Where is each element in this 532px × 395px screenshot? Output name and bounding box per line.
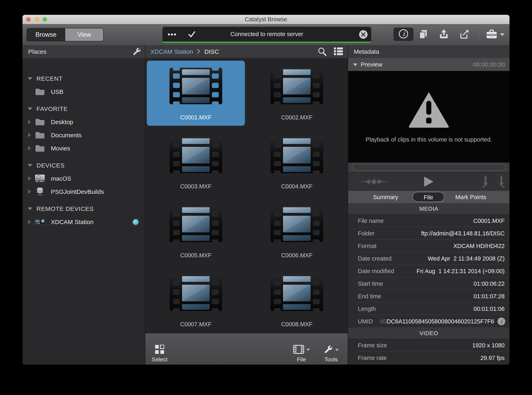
tools-button[interactable]: Tools — [319, 333, 343, 365]
sidebar-item-documents[interactable]: Documents — [22, 129, 145, 142]
file-menu-button[interactable]: File — [289, 333, 314, 365]
clip-c0004-mxf[interactable]: C0004.MXF — [248, 130, 346, 195]
film-strip-icon — [169, 206, 223, 242]
metadata-row-start-time: Start time01:00:06:22 — [348, 277, 510, 290]
info-icon[interactable]: i — [497, 317, 505, 325]
browse-mode-button[interactable]: Browse — [27, 28, 65, 41]
mark-in-icon[interactable] — [482, 176, 488, 187]
playback-warning-text: Playback of clips in this volume is not … — [348, 136, 510, 143]
sidebar-section-header-remote-devices[interactable]: REMOTE DEVICES — [22, 202, 145, 215]
upload-icon — [438, 29, 449, 41]
sidebar-section-header-favorite[interactable]: FAVORITE — [22, 102, 145, 115]
scrubber-area — [348, 162, 510, 172]
select-button[interactable]: Select — [149, 333, 170, 365]
folder-icon — [34, 117, 46, 126]
metadata-row-length: Length00:01:01:06 — [348, 302, 510, 315]
metadata-field-value: C0001.MXF — [473, 218, 505, 224]
places-sidebar: Places RECENTUSBFAVORITEDesktopDocuments… — [22, 45, 145, 365]
list-view-icon[interactable] — [334, 47, 343, 57]
upload-button[interactable] — [438, 29, 450, 40]
share-button[interactable] — [458, 29, 470, 40]
metadata-field-value: Fri Aug 1 14:21:31 2014 (+09:00) — [417, 268, 505, 274]
sidebar-section-header-recent[interactable]: RECENT — [22, 72, 145, 85]
places-header: Places — [22, 45, 145, 58]
preview-timecode: 00:00:00:00 — [473, 58, 505, 71]
film-strip-icon — [270, 274, 324, 311]
clip-filename: C0004.MXF — [248, 183, 346, 190]
metadata-field-value: 01:01:07:28 — [474, 293, 505, 300]
metadata-row-frame-rate: Frame rate29.97 fps — [348, 352, 510, 364]
sidebar-item-movies[interactable]: Movies — [22, 142, 145, 155]
breadcrumb-current: DISC — [204, 48, 219, 55]
warning-icon — [407, 91, 450, 129]
browser-bottom-bar: Select File — [145, 333, 348, 365]
sidebar-item-xdcam-station[interactable]: XDCAM Station — [22, 215, 145, 229]
metadata-row-frame-size: Frame size1920 x 1080 — [348, 339, 510, 352]
section-label: DEVICES — [37, 159, 65, 172]
play-button[interactable] — [424, 176, 434, 187]
connection-status-banner: Connected to remote server — [162, 27, 371, 43]
toolbox-icon — [485, 29, 498, 41]
film-frame-icon — [293, 345, 304, 355]
sidebar-item-label: PSGJointDevBuilds — [51, 185, 104, 198]
metadata-section-media: MEDIA — [348, 203, 510, 214]
clip-c0007-mxf[interactable]: C0007.MXF — [147, 268, 245, 333]
metadata-field-label: Start time — [358, 280, 383, 287]
seek-bar[interactable] — [352, 164, 505, 171]
clip-c0002-mxf[interactable]: C0002.MXF — [248, 61, 346, 126]
search-icon[interactable] — [317, 47, 327, 57]
wrench-icon[interactable] — [132, 47, 141, 56]
metadata-row-format: FormatXDCAM HD/HD422 — [348, 240, 510, 252]
tab-file[interactable]: File — [412, 192, 444, 202]
clip-c0008-mxf[interactable]: C0008.MXF — [248, 268, 346, 333]
tab-mark-points[interactable]: Mark Points — [450, 191, 492, 203]
places-title: Places — [28, 45, 46, 58]
close-circle-icon[interactable] — [359, 30, 368, 39]
chevron-right-icon — [28, 146, 31, 150]
metadata-row-date-modified: Date modifiedFri Aug 1 14:21:31 2014 (+0… — [348, 265, 510, 277]
sidebar-item-usb[interactable]: USB — [22, 85, 145, 98]
folder-icon — [34, 143, 46, 153]
sidebar-section-header-devices[interactable]: DEVICES — [22, 159, 145, 172]
clip-grid: C0001.MXFC0002.MXFC0003.MXFC0004.MXFC000… — [145, 58, 348, 333]
preview-label: Preview — [361, 58, 382, 71]
preview-section-header[interactable]: Preview 00:00:00:00 — [348, 58, 510, 71]
clip-filename: C0005.MXF — [147, 252, 245, 259]
sidebar-item-label: Documents — [51, 129, 82, 142]
metadata-tabs: SummaryFileMark Points — [348, 191, 510, 203]
copy-button[interactable] — [418, 29, 429, 40]
chevron-down-icon — [28, 77, 32, 80]
view-mode-button[interactable]: View — [65, 28, 103, 41]
metadata-section-video: VIDEO — [348, 328, 510, 339]
sidebar-item-label: Movies — [51, 142, 70, 155]
info-icon: i — [398, 29, 409, 40]
sidebar-item-desktop[interactable]: Desktop — [22, 115, 145, 129]
metadata-panel: Metadata Preview 00:00:00:00 Playback of… — [348, 45, 510, 365]
chevron-right-icon — [28, 219, 31, 224]
film-strip-icon — [270, 137, 324, 173]
chevron-down-icon — [28, 208, 32, 210]
chevron-down-icon — [500, 33, 505, 36]
film-strip-icon — [169, 274, 223, 311]
clip-c0006-mxf[interactable]: C0006.MXF — [248, 198, 346, 263]
chevron-down-icon — [353, 63, 357, 66]
metadata-row-file-name: File nameC0001.MXF — [348, 214, 510, 227]
shuttle-control[interactable] — [356, 178, 392, 186]
clip-filename: C0002.MXF — [248, 114, 346, 121]
film-strip-icon — [270, 206, 324, 242]
tools-menu-button[interactable] — [485, 29, 505, 41]
mark-out-icon[interactable] — [499, 176, 505, 187]
sidebar-item-psgjointdevbuilds[interactable]: PSGJointDevBuilds — [22, 185, 145, 198]
clip-c0003-mxf[interactable]: C0003.MXF — [147, 130, 245, 195]
clip-info-button[interactable]: i — [394, 27, 413, 41]
clip-c0005-mxf[interactable]: C0005.MXF — [147, 198, 245, 263]
sidebar-item-macos[interactable]: macOS — [22, 172, 145, 185]
status-dot — [133, 219, 138, 225]
preview-viewport: Playback of clips in this volume is not … — [348, 71, 510, 162]
chevron-down-icon — [306, 349, 310, 351]
film-strip-icon — [169, 137, 223, 173]
tab-summary[interactable]: Summary — [368, 191, 403, 203]
metadata-field-value: 29.97 fps — [481, 355, 505, 361]
clip-c0001-mxf[interactable]: C0001.MXF — [147, 61, 245, 126]
breadcrumb-root-link[interactable]: XDCAM Station — [150, 48, 193, 55]
